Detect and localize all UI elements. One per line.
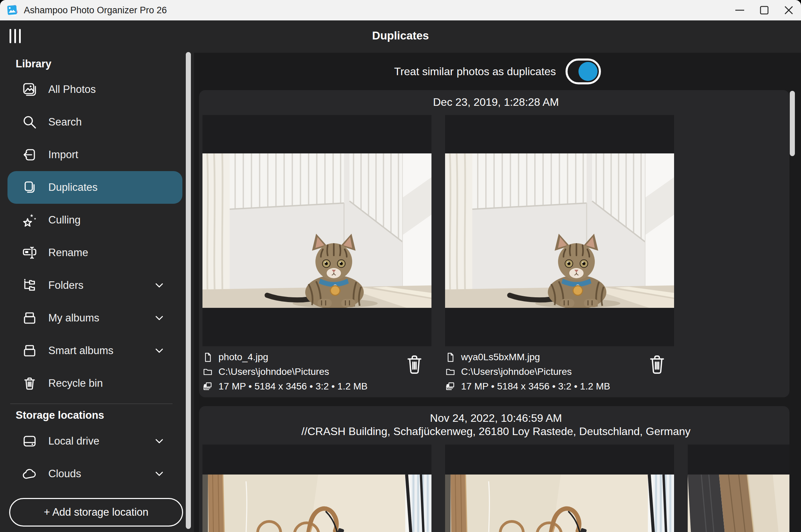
photo-thumbnail[interactable] [445,115,674,346]
duplicate-photo-cell [202,445,431,532]
group-location-heading: //CRASH Building, Schafjückenweg, 26180 … [202,425,789,438]
album-icon [21,342,38,359]
trash-icon [648,353,666,376]
storage-section-label: Storage locations [16,409,104,421]
sidebar-item-label: Local drive [48,435,99,447]
duplicates-icon [21,179,38,196]
sidebar: Library All Photos Search Import Duplica… [0,20,185,532]
photo-meta: 17 MP • 5184 x 3456 • 3:2 • 1.2 MB [218,381,367,392]
sidebar-item-label: Smart albums [48,345,113,357]
add-storage-location-button[interactable]: + Add storage location [9,498,183,527]
sidebar-item-label: Rename [48,247,88,259]
photo-info: wya0Ls5bxMM.jpg C:\Users\johndoe\Picture… [445,352,674,392]
sidebar-item-search[interactable]: Search [7,106,182,138]
chevron-down-icon [152,466,167,481]
window-title: Ashampoo Photo Organizer Pro 26 [24,5,167,16]
sidebar-item-label: My albums [48,312,99,324]
group-date-heading: Dec 23, 2019, 1:28:28 AM [202,96,789,109]
photo-thumbnail[interactable] [202,115,431,346]
culling-icon [21,212,38,229]
sidebar-item-label: Folders [48,279,83,292]
delete-photo-button[interactable] [648,353,667,377]
library-nav: All Photos Search Import Duplicates Cull… [0,73,185,400]
sidebar-scrollbar[interactable] [186,52,191,529]
chevron-down-icon [152,434,167,449]
toggle-label: Treat similar photos as duplicates [394,65,556,78]
group-photo-row: photo_4.jpg C:\Users\johndoe\Pictures 17… [202,115,789,392]
duplicate-photo-cell: wya0Ls5bxMM.jpg C:\Users\johndoe\Picture… [445,115,674,392]
photo-filename: photo_4.jpg [218,352,268,363]
group-date-heading: Nov 24, 2022, 10:46:59 AM [202,412,789,425]
storage-nav: Local drive Clouds [0,425,185,490]
app-window: Ashampoo Photo Organizer Pro 26 Duplicat… [0,0,801,532]
sidebar-item-culling[interactable]: Culling [7,204,182,236]
photo-path: C:\Users\johndoe\Pictures [461,366,572,377]
similar-photos-toggle-row: Treat similar photos as duplicates [194,53,801,90]
cloud-icon [21,465,38,482]
duplicate-photo-cell: photo_4.jpg C:\Users\johndoe\Pictures 17… [202,115,431,392]
photo-meta: 17 MP • 5184 x 3456 • 3:2 • 1.2 MB [461,381,610,392]
import-icon [21,146,38,163]
maximize-button[interactable] [752,0,777,20]
content-scrollbar[interactable] [790,91,795,156]
sidebar-item-smart-albums[interactable]: Smart albums [7,334,182,367]
sidebar-item-label: Culling [48,214,81,226]
trash-icon [21,375,38,392]
sidebar-item-label: Search [48,116,82,128]
minimize-button[interactable] [728,0,752,20]
photo-thumbnail[interactable] [688,445,789,532]
page-title: Duplicates [0,29,801,42]
sidebar-item-label: Duplicates [48,181,98,194]
drive-icon [21,433,38,450]
search-icon [21,114,38,131]
sidebar-item-all-photos[interactable]: All Photos [7,73,182,106]
duplicate-group: Nov 24, 2022, 10:46:59 AM //CRASH Buildi… [199,406,789,532]
photo-thumbnail[interactable] [202,445,431,532]
app-logo-icon [5,3,19,17]
similar-photos-toggle[interactable] [566,59,601,84]
sidebar-item-clouds[interactable]: Clouds [7,458,182,490]
photo-thumbnail[interactable] [445,445,674,532]
sidebar-item-label: Recycle bin [48,377,103,389]
sidebar-item-recycle-bin[interactable]: Recycle bin [7,367,182,400]
duplicates-view: Treat similar photos as duplicates Dec 2… [194,53,801,532]
duplicate-photo-cell [688,445,789,532]
image-stack-icon [202,381,213,392]
album-icon [21,310,38,327]
folder-icon [202,367,213,377]
file-icon [445,352,456,363]
sidebar-item-rename[interactable]: Rename [7,236,182,269]
chevron-down-icon [152,278,167,293]
folder-icon [445,367,456,377]
sidebar-item-label: Clouds [48,468,81,480]
window-controls [728,0,801,20]
sidebar-item-label: All Photos [48,83,96,96]
photo-info: photo_4.jpg C:\Users\johndoe\Pictures 17… [202,352,431,392]
sidebar-divider [10,403,173,404]
sidebar-item-import[interactable]: Import [7,138,182,171]
sidebar-item-local-drive[interactable]: Local drive [7,425,182,458]
sidebar-item-folders[interactable]: Folders [7,269,182,302]
sidebar-item-label: Import [48,149,78,161]
chevron-down-icon [152,343,167,358]
folder-tree-icon [21,277,38,294]
trash-icon [406,353,423,376]
photo-path: C:\Users\johndoe\Pictures [218,366,329,377]
file-icon [202,352,213,363]
sidebar-item-my-albums[interactable]: My albums [7,302,182,334]
library-section-label: Library [16,58,51,70]
sidebar-item-duplicates[interactable]: Duplicates [7,171,182,204]
group-photo-row [202,445,789,532]
titlebar: Ashampoo Photo Organizer Pro 26 [0,0,801,20]
duplicate-photo-cell [445,445,674,532]
duplicate-group: Dec 23, 2019, 1:28:28 AM photo_4.jpg C:\… [199,90,789,397]
photos-icon [21,81,38,98]
toggle-knob [578,62,598,81]
rename-icon [21,244,38,261]
photo-filename: wya0Ls5bxMM.jpg [461,352,540,363]
image-stack-icon [445,381,456,392]
chevron-down-icon [152,311,167,326]
delete-photo-button[interactable] [405,353,424,377]
close-button[interactable] [777,0,801,20]
